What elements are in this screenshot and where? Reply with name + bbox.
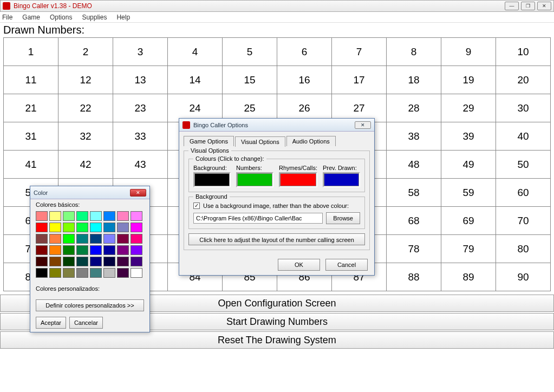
- color-cancel-button[interactable]: Cancelar: [69, 317, 103, 329]
- color-cell[interactable]: [117, 257, 129, 266]
- color-cell[interactable]: [103, 245, 115, 255]
- color-cell[interactable]: [63, 257, 75, 266]
- bingo-cell[interactable]: 22: [58, 94, 113, 122]
- tab-visual-options[interactable]: Visual Options: [235, 136, 285, 147]
- bingo-cell[interactable]: 17: [332, 66, 387, 94]
- color-cell[interactable]: [90, 257, 102, 266]
- bingo-cell[interactable]: 18: [387, 66, 441, 94]
- color-cell[interactable]: [90, 211, 102, 221]
- bingo-cell[interactable]: 10: [496, 38, 551, 66]
- bingo-cell[interactable]: 2: [58, 38, 113, 66]
- bingo-cell[interactable]: 68: [387, 207, 441, 235]
- color-cell[interactable]: [103, 257, 115, 266]
- color-cell[interactable]: [117, 211, 129, 221]
- color-cell[interactable]: [36, 268, 48, 278]
- color-cell[interactable]: [103, 211, 115, 221]
- bingo-cell[interactable]: 40: [496, 122, 551, 151]
- color-cell[interactable]: [76, 211, 88, 221]
- color-cell[interactable]: [131, 257, 142, 266]
- color-cell[interactable]: [103, 234, 115, 244]
- bingo-cell[interactable]: 5: [223, 38, 277, 66]
- bingo-cell[interactable]: 41: [4, 151, 58, 179]
- color-cell[interactable]: [76, 234, 88, 244]
- bingo-cell[interactable]: 4: [168, 38, 223, 66]
- bingo-cell[interactable]: 7: [332, 38, 387, 66]
- color-cell[interactable]: [49, 223, 61, 232]
- bingo-cell[interactable]: 90: [496, 263, 551, 291]
- color-cell[interactable]: [76, 257, 88, 266]
- color-cell[interactable]: [36, 234, 48, 244]
- rhymes-color-swatch[interactable]: [279, 172, 317, 187]
- options-close-button[interactable]: ✕: [355, 121, 371, 129]
- color-cell[interactable]: [49, 268, 61, 278]
- color-cell[interactable]: [49, 234, 61, 244]
- bingo-cell[interactable]: 9: [441, 38, 496, 66]
- bingo-cell[interactable]: 78: [387, 235, 441, 263]
- options-ok-button[interactable]: OK: [278, 259, 320, 271]
- bingo-cell[interactable]: 29: [441, 94, 496, 122]
- bg-color-swatch[interactable]: [193, 172, 231, 187]
- color-cell[interactable]: [63, 234, 75, 244]
- color-cell[interactable]: [131, 268, 142, 278]
- bingo-cell[interactable]: 39: [441, 122, 496, 151]
- bingo-cell[interactable]: 88: [387, 263, 441, 291]
- options-cancel-button[interactable]: Cancel: [325, 259, 368, 271]
- menu-help[interactable]: Help: [116, 14, 130, 21]
- color-cell[interactable]: [90, 268, 102, 278]
- bingo-cell[interactable]: 48: [387, 151, 441, 179]
- browse-button[interactable]: Browse: [326, 212, 360, 224]
- color-cell[interactable]: [36, 257, 48, 266]
- bingo-cell[interactable]: 49: [441, 151, 496, 179]
- bingo-cell[interactable]: 23: [113, 94, 168, 122]
- bingo-cell[interactable]: 60: [496, 179, 551, 207]
- bingo-cell[interactable]: 50: [496, 151, 551, 179]
- bingo-cell[interactable]: 69: [441, 207, 496, 235]
- bingo-cell[interactable]: 33: [113, 122, 168, 151]
- bingo-cell[interactable]: 6: [277, 38, 332, 66]
- reset-button[interactable]: Reset The Drawing System: [0, 331, 554, 349]
- color-cell[interactable]: [131, 234, 142, 244]
- bingo-cell[interactable]: 14: [168, 66, 223, 94]
- menu-options[interactable]: Options: [50, 14, 72, 21]
- bingo-cell[interactable]: 11: [4, 66, 58, 94]
- bingo-cell[interactable]: 8: [387, 38, 441, 66]
- bingo-cell[interactable]: 79: [441, 235, 496, 263]
- color-cell[interactable]: [36, 211, 48, 221]
- bingo-cell[interactable]: 38: [387, 122, 441, 151]
- bingo-cell[interactable]: 19: [441, 66, 496, 94]
- color-cell[interactable]: [36, 223, 48, 232]
- color-cell[interactable]: [90, 245, 102, 255]
- color-cell[interactable]: [36, 245, 48, 255]
- bingo-cell[interactable]: 43: [113, 151, 168, 179]
- bingo-cell[interactable]: 3: [113, 38, 168, 66]
- color-accept-button[interactable]: Aceptar: [36, 317, 66, 329]
- color-cell[interactable]: [76, 223, 88, 232]
- bingo-cell[interactable]: 31: [4, 122, 58, 151]
- color-cell[interactable]: [131, 211, 142, 221]
- bingo-cell[interactable]: 32: [58, 122, 113, 151]
- color-cell[interactable]: [90, 223, 102, 232]
- color-cell[interactable]: [63, 268, 75, 278]
- bingo-cell[interactable]: 80: [496, 235, 551, 263]
- color-cell[interactable]: [117, 234, 129, 244]
- color-cell[interactable]: [63, 223, 75, 232]
- color-close-button[interactable]: ✕: [130, 189, 146, 197]
- color-cell[interactable]: [117, 268, 129, 278]
- bingo-cell[interactable]: 21: [4, 94, 58, 122]
- tab-game-options[interactable]: Game Options: [184, 136, 234, 146]
- color-cell[interactable]: [49, 211, 61, 221]
- bingo-cell[interactable]: 70: [496, 207, 551, 235]
- bingo-cell[interactable]: 20: [496, 66, 551, 94]
- color-cell[interactable]: [90, 234, 102, 244]
- color-cell[interactable]: [63, 245, 75, 255]
- use-bg-image-checkbox[interactable]: ✓: [193, 202, 200, 209]
- bingo-cell[interactable]: 1: [4, 38, 58, 66]
- bingo-cell[interactable]: 58: [387, 179, 441, 207]
- tab-audio-options[interactable]: Audio Options: [286, 136, 336, 146]
- bingo-cell[interactable]: 13: [113, 66, 168, 94]
- bingo-cell[interactable]: 16: [277, 66, 332, 94]
- adjust-layout-button[interactable]: Click here to adjust the layout of the n…: [188, 233, 365, 245]
- color-cell[interactable]: [117, 245, 129, 255]
- define-custom-colors-button[interactable]: Definir colores personalizados >>: [36, 299, 144, 311]
- color-cell[interactable]: [63, 211, 75, 221]
